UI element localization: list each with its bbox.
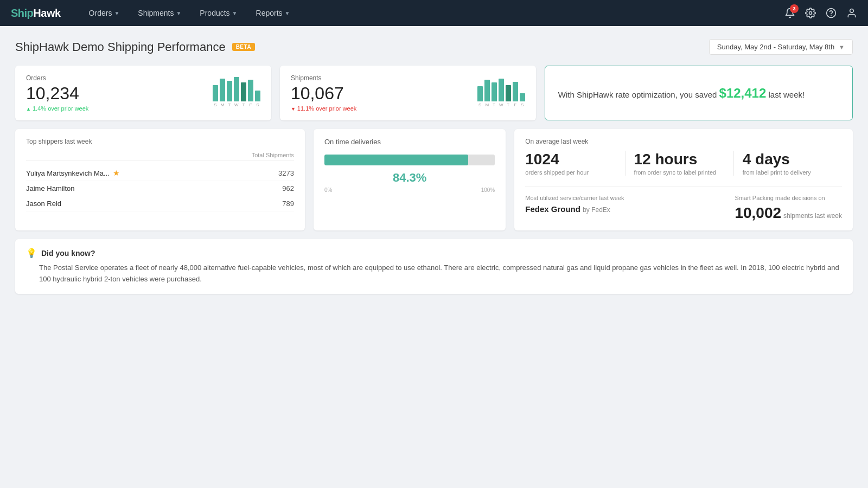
on-time-progress-fill bbox=[324, 155, 468, 165]
user-account-button[interactable] bbox=[846, 8, 857, 18]
label-delivery-label: from label print to delivery bbox=[743, 169, 833, 176]
stats-bottom: Most utilized service/carrier last week … bbox=[525, 195, 842, 222]
chevron-down-icon: ▼ bbox=[839, 44, 845, 50]
shipments-card: Shipments 10,067 11.1% over prior week S… bbox=[280, 66, 536, 120]
chart-bar bbox=[248, 80, 253, 101]
shipments-metric: Shipments 10,067 11.1% over prior week bbox=[291, 74, 356, 112]
shipments-value: 10,067 bbox=[291, 84, 356, 103]
shipper-row: Yuliya Martsynkevich Ma...★3273 bbox=[26, 165, 294, 181]
nav-orders[interactable]: Orders ▼ bbox=[82, 0, 126, 26]
dyk-header-label: Did you know? bbox=[41, 249, 95, 258]
shipper-name: Yuliya Martsynkevich Ma...★ bbox=[26, 169, 120, 177]
settings-button[interactable] bbox=[805, 8, 816, 18]
chart-bar bbox=[220, 79, 225, 101]
stat-orders-per-hour: 1024 orders shipped per hour bbox=[525, 151, 625, 176]
shipper-count: 3273 bbox=[278, 169, 294, 177]
page-title: ShipHawk Demo Shipping Performance bbox=[15, 40, 226, 54]
chevron-down-icon: ▼ bbox=[176, 10, 181, 16]
shippers-rows: Yuliya Martsynkevich Ma...★3273Jaime Ham… bbox=[26, 165, 294, 211]
stat-label-to-delivery: 4 days from label print to delivery bbox=[743, 151, 842, 176]
progress-label-100: 100% bbox=[481, 187, 495, 193]
carrier-section-label: Most utilized service/carrier last week bbox=[525, 195, 624, 201]
chart-day-label: F bbox=[513, 102, 518, 107]
shipments-trend-pct: 11.1% bbox=[297, 105, 314, 112]
savings-amount: $12,412 bbox=[719, 86, 767, 100]
brand-part1: Ship bbox=[11, 7, 33, 19]
chevron-down-icon: ▼ bbox=[232, 10, 238, 16]
shipments-chart: SMTWTFS bbox=[477, 74, 525, 107]
brand-logo[interactable]: ShipHawk bbox=[11, 7, 61, 20]
chart-bar bbox=[213, 85, 218, 101]
notifications-button[interactable]: 3 bbox=[784, 8, 795, 18]
shipper-row: Jason Reid789 bbox=[26, 196, 294, 211]
main-content: ShipHawk Demo Shipping Performance BETA … bbox=[0, 26, 868, 316]
did-you-know-card: 💡 Did you know? The Postal Service opera… bbox=[15, 239, 853, 294]
orders-metric: Orders 10,234 1.4% over prior week bbox=[26, 74, 88, 112]
savings-card: With ShipHawk rate optimization, you sav… bbox=[545, 66, 853, 120]
smart-packing-sub: shipments last week bbox=[783, 212, 842, 220]
date-range-label: Sunday, May 2nd - Saturday, May 8th bbox=[717, 43, 834, 51]
on-time-progress-bar bbox=[324, 155, 495, 165]
chart-bar bbox=[506, 85, 511, 101]
progress-label-0: 0% bbox=[324, 187, 332, 193]
orders-trend-pct: 1.4% bbox=[33, 105, 46, 112]
chart-bar bbox=[484, 80, 490, 101]
label-delivery-value: 4 days bbox=[743, 151, 833, 168]
chart-bar bbox=[255, 91, 260, 101]
star-icon: ★ bbox=[113, 169, 120, 177]
orders-chart: SMTWTFS bbox=[213, 74, 260, 107]
savings-suffix: last week! bbox=[766, 90, 805, 99]
shippers-table-header: Total Shipments bbox=[26, 152, 294, 161]
carrier-by: by FedEx bbox=[583, 206, 610, 214]
help-button[interactable] bbox=[826, 8, 837, 18]
savings-text: With ShipHawk rate optimization, you sav… bbox=[558, 84, 805, 103]
date-range-selector[interactable]: Sunday, May 2nd - Saturday, May 8th ▼ bbox=[709, 39, 853, 55]
chart-day-label: T bbox=[227, 102, 232, 107]
chart-bar bbox=[227, 81, 232, 101]
svg-point-3 bbox=[850, 9, 854, 13]
orders-value: 10,234 bbox=[26, 84, 88, 103]
smart-packing-section-label: Smart Packing made decisions on bbox=[735, 195, 842, 201]
beta-badge: BETA bbox=[232, 43, 255, 51]
navbar-right: 3 bbox=[784, 8, 857, 18]
nav-reports-label: Reports bbox=[256, 9, 283, 17]
nav-products-label: Products bbox=[200, 9, 229, 17]
on-time-title: On time deliveries bbox=[324, 138, 495, 146]
order-sync-value: 12 hours bbox=[634, 151, 725, 168]
chart-bar bbox=[513, 82, 518, 101]
shipments-trend-label: over prior week bbox=[316, 105, 356, 112]
chart-day-label: S bbox=[477, 102, 483, 107]
bulb-icon: 💡 bbox=[26, 248, 37, 258]
chart-day-label: W bbox=[234, 102, 239, 107]
nav-reports[interactable]: Reports ▼ bbox=[250, 0, 297, 26]
orders-label: Orders bbox=[26, 74, 88, 82]
avg-stats-row: 1024 orders shipped per hour 12 hours fr… bbox=[525, 151, 842, 176]
chart-day-label: T bbox=[492, 102, 497, 107]
dyk-text: The Postal Service operates a fleet of n… bbox=[26, 262, 842, 285]
nav-orders-label: Orders bbox=[89, 9, 112, 17]
shippers-section-title: Top shippers last week bbox=[26, 138, 294, 145]
orders-trend-label: over prior week bbox=[48, 105, 88, 112]
orders-card: Orders 10,234 1.4% over prior week SMTWT… bbox=[15, 66, 271, 120]
stats-divider bbox=[525, 187, 842, 187]
nav-shipments[interactable]: Shipments ▼ bbox=[131, 0, 188, 26]
shipments-label: Shipments bbox=[291, 74, 356, 82]
smart-packing-row: 10,002 shipments last week bbox=[735, 204, 842, 222]
navbar: ShipHawk Orders ▼ Shipments ▼ Products ▼… bbox=[0, 0, 868, 26]
progress-labels: 0% 100% bbox=[324, 187, 495, 193]
chart-day-label: F bbox=[248, 102, 253, 107]
chart-bar bbox=[520, 93, 525, 101]
chart-day-label: S bbox=[520, 102, 525, 107]
chevron-down-icon: ▼ bbox=[114, 10, 119, 16]
nav-products[interactable]: Products ▼ bbox=[193, 0, 244, 26]
chart-day-label: M bbox=[484, 102, 490, 107]
savings-prefix: With ShipHawk rate optimization, you sav… bbox=[558, 90, 719, 99]
top-row: Orders 10,234 1.4% over prior week SMTWT… bbox=[15, 66, 853, 120]
order-sync-label: from order sync to label printed bbox=[634, 169, 725, 176]
carrier-info: Most utilized service/carrier last week … bbox=[525, 195, 624, 214]
chart-day-label: S bbox=[255, 102, 260, 107]
chevron-down-icon: ▼ bbox=[285, 10, 290, 16]
nav-shipments-label: Shipments bbox=[138, 9, 174, 17]
shipper-name: Jaime Hamilton bbox=[26, 184, 75, 192]
svg-point-0 bbox=[809, 12, 812, 15]
